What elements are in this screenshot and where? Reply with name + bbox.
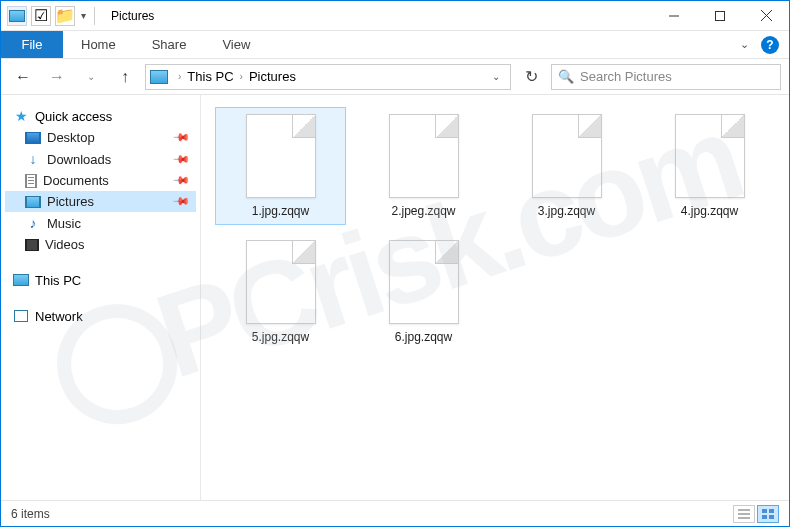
forward-button[interactable]: → bbox=[43, 63, 71, 91]
file-item[interactable]: 1.jpg.zqqw bbox=[215, 107, 346, 225]
pin-icon: 📌 bbox=[171, 149, 190, 168]
pin-icon: 📌 bbox=[171, 171, 190, 190]
file-item[interactable]: 3.jpg.zqqw bbox=[501, 107, 632, 225]
chevron-right-icon[interactable]: › bbox=[236, 71, 247, 82]
svg-rect-10 bbox=[769, 515, 774, 519]
thumbnails-view-button[interactable] bbox=[757, 505, 779, 523]
svg-rect-8 bbox=[769, 509, 774, 513]
svg-rect-9 bbox=[762, 515, 767, 519]
sidebar-this-pc[interactable]: This PC bbox=[5, 269, 196, 291]
status-item-count: 6 items bbox=[11, 507, 50, 521]
pic-icon bbox=[25, 196, 41, 208]
svg-rect-7 bbox=[762, 509, 767, 513]
help-icon[interactable]: ? bbox=[761, 36, 779, 54]
music-icon: ♪ bbox=[25, 215, 41, 231]
doc-icon bbox=[25, 174, 37, 188]
sidebar-item-music[interactable]: ♪Music bbox=[5, 212, 196, 234]
sidebar-item-label: Pictures bbox=[47, 194, 94, 209]
breadcrumb-segment-thispc[interactable]: This PC bbox=[187, 69, 233, 84]
star-icon: ★ bbox=[13, 108, 29, 124]
file-name: 5.jpg.zqqw bbox=[252, 330, 309, 344]
sidebar-item-downloads[interactable]: ↓Downloads📌 bbox=[5, 148, 196, 170]
breadcrumb[interactable]: › This PC › Pictures ⌄ bbox=[145, 64, 511, 90]
file-item[interactable]: 5.jpg.zqqw bbox=[215, 233, 346, 351]
sidebar-item-pictures[interactable]: Pictures📌 bbox=[5, 191, 196, 212]
tab-home[interactable]: Home bbox=[63, 31, 134, 58]
qat-customize-icon[interactable]: ▾ bbox=[79, 10, 88, 21]
file-pane[interactable]: 1.jpg.zqqw2.jpeg.zqqw3.jpg.zqqw4.jpg.zqq… bbox=[201, 95, 789, 500]
file-icon bbox=[246, 240, 316, 324]
search-icon: 🔍 bbox=[558, 69, 574, 84]
file-icon bbox=[389, 240, 459, 324]
sidebar-item-label: Videos bbox=[45, 237, 85, 252]
file-icon bbox=[389, 114, 459, 198]
sidebar-item-label: Desktop bbox=[47, 130, 95, 145]
sidebar-network[interactable]: Network bbox=[5, 305, 196, 327]
file-icon bbox=[532, 114, 602, 198]
pin-icon: 📌 bbox=[171, 192, 190, 211]
sidebar-item-label: Documents bbox=[43, 173, 109, 188]
desktop-icon bbox=[25, 132, 41, 144]
network-icon bbox=[13, 308, 29, 324]
video-icon bbox=[25, 239, 39, 251]
minimize-button[interactable] bbox=[651, 1, 697, 30]
view-toggles bbox=[733, 505, 779, 523]
qat-folder-icon[interactable]: 📁 bbox=[55, 6, 75, 26]
breadcrumb-root-icon[interactable] bbox=[150, 70, 168, 84]
sidebar-item-label: Downloads bbox=[47, 152, 111, 167]
navigation-pane: ★ Quick access Desktop📌↓Downloads📌Docume… bbox=[1, 95, 201, 500]
breadcrumb-dropdown-icon[interactable]: ⌄ bbox=[486, 71, 506, 82]
sidebar-quick-access[interactable]: ★ Quick access bbox=[5, 105, 196, 127]
titlebar: ☑ 📁 ▾ Pictures bbox=[1, 1, 789, 31]
file-name: 3.jpg.zqqw bbox=[538, 204, 595, 218]
pin-icon: 📌 bbox=[171, 128, 190, 147]
search-placeholder: Search Pictures bbox=[580, 69, 672, 84]
search-input[interactable]: 🔍 Search Pictures bbox=[551, 64, 781, 90]
file-name: 6.jpg.zqqw bbox=[395, 330, 452, 344]
file-icon bbox=[675, 114, 745, 198]
file-grid: 1.jpg.zqqw2.jpeg.zqqw3.jpg.zqqw4.jpg.zqq… bbox=[215, 107, 775, 351]
expand-ribbon-icon[interactable]: ⌄ bbox=[740, 38, 749, 51]
qat-properties-icon[interactable]: ☑ bbox=[31, 6, 51, 26]
file-tab[interactable]: File bbox=[1, 31, 63, 58]
sidebar-item-documents[interactable]: Documents📌 bbox=[5, 170, 196, 191]
file-name: 1.jpg.zqqw bbox=[252, 204, 309, 218]
status-bar: 6 items bbox=[1, 500, 789, 526]
sidebar-item-videos[interactable]: Videos bbox=[5, 234, 196, 255]
sidebar-item-label: Quick access bbox=[35, 109, 112, 124]
file-name: 4.jpg.zqqw bbox=[681, 204, 738, 218]
sidebar-item-label: Network bbox=[35, 309, 83, 324]
svg-rect-1 bbox=[716, 11, 725, 20]
file-icon bbox=[246, 114, 316, 198]
downloads-icon: ↓ bbox=[25, 151, 41, 167]
file-item[interactable]: 2.jpeg.zqqw bbox=[358, 107, 489, 225]
sidebar-item-desktop[interactable]: Desktop📌 bbox=[5, 127, 196, 148]
refresh-button[interactable]: ↻ bbox=[517, 64, 545, 90]
window-controls bbox=[651, 1, 789, 30]
address-bar: ← → ⌄ ↑ › This PC › Pictures ⌄ ↻ 🔍 Searc… bbox=[1, 59, 789, 95]
up-button[interactable]: ↑ bbox=[111, 63, 139, 91]
close-button[interactable] bbox=[743, 1, 789, 30]
file-item[interactable]: 6.jpg.zqqw bbox=[358, 233, 489, 351]
maximize-button[interactable] bbox=[697, 1, 743, 30]
breadcrumb-segment-pictures[interactable]: Pictures bbox=[249, 69, 296, 84]
qat-divider bbox=[94, 7, 95, 25]
window-title: Pictures bbox=[111, 9, 154, 23]
quick-access-group: ★ Quick access Desktop📌↓Downloads📌Docume… bbox=[5, 105, 196, 255]
tab-view[interactable]: View bbox=[204, 31, 268, 58]
sidebar-item-label: Music bbox=[47, 216, 81, 231]
recent-locations-icon[interactable]: ⌄ bbox=[77, 63, 105, 91]
ribbon: File Home Share View ⌄ ? bbox=[1, 31, 789, 59]
quick-access-toolbar: ☑ 📁 ▾ bbox=[1, 6, 103, 26]
pc-icon bbox=[13, 272, 29, 288]
details-view-button[interactable] bbox=[733, 505, 755, 523]
chevron-right-icon[interactable]: › bbox=[174, 71, 185, 82]
file-name: 2.jpeg.zqqw bbox=[391, 204, 455, 218]
tab-share[interactable]: Share bbox=[134, 31, 205, 58]
sidebar-item-label: This PC bbox=[35, 273, 81, 288]
app-icon[interactable] bbox=[7, 6, 27, 26]
content-area: ★ Quick access Desktop📌↓Downloads📌Docume… bbox=[1, 95, 789, 500]
back-button[interactable]: ← bbox=[9, 63, 37, 91]
explorer-window: ☑ 📁 ▾ Pictures File Home Share View ⌄ ? … bbox=[0, 0, 790, 527]
file-item[interactable]: 4.jpg.zqqw bbox=[644, 107, 775, 225]
